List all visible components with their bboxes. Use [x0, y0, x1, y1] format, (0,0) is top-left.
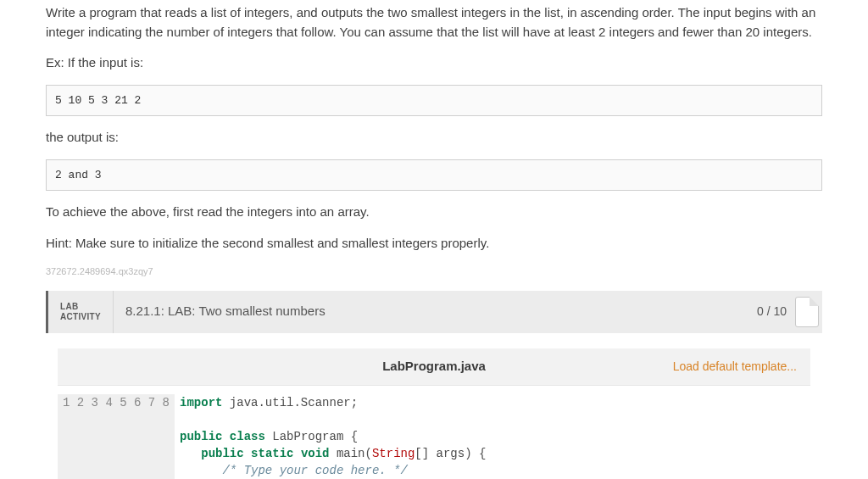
code-editor[interactable]: 1 2 3 4 5 6 7 8 import java.util.Scanner…	[58, 386, 810, 480]
example-output-label: the output is:	[46, 128, 822, 148]
activity-title: 8.21.1: LAB: Two smallest numbers	[114, 291, 745, 333]
problem-hint: Hint: Make sure to initialize the second…	[46, 234, 822, 253]
editor-header: LabProgram.java Load default template...	[58, 348, 810, 386]
editor-filename: LabProgram.java	[382, 357, 486, 376]
activity-header: LAB ACTIVITY 8.21.1: LAB: Two smallest n…	[46, 291, 822, 333]
load-default-template-link[interactable]: Load default template...	[673, 358, 810, 376]
example-output-box: 2 and 3	[46, 159, 822, 192]
code-content[interactable]: import java.util.Scanner; public class L…	[175, 394, 810, 480]
activity-type-badge: LAB ACTIVITY	[48, 291, 114, 333]
activity-score-area: 0 / 10	[745, 291, 822, 333]
activity-label-line2: ACTIVITY	[60, 312, 101, 322]
problem-paragraph-1: Write a program that reads a list of int…	[46, 3, 822, 42]
line-number-gutter: 1 2 3 4 5 6 7 8	[58, 394, 175, 480]
page-content: Write a program that reads a list of int…	[0, 0, 868, 479]
example-input-label: Ex: If the input is:	[46, 53, 822, 73]
activity-label-line1: LAB	[60, 302, 101, 312]
activity-score-text: 0 / 10	[757, 303, 787, 320]
expand-icon[interactable]	[795, 297, 819, 327]
code-editor-panel: LabProgram.java Load default template...…	[58, 348, 810, 480]
problem-description: Write a program that reads a list of int…	[46, 3, 822, 279]
example-input-box: 5 10 5 3 21 2	[46, 85, 822, 117]
resource-id: 372672.2489694.qx3zqy7	[46, 265, 822, 279]
problem-paragraph-2: To achieve the above, first read the int…	[46, 203, 822, 222]
